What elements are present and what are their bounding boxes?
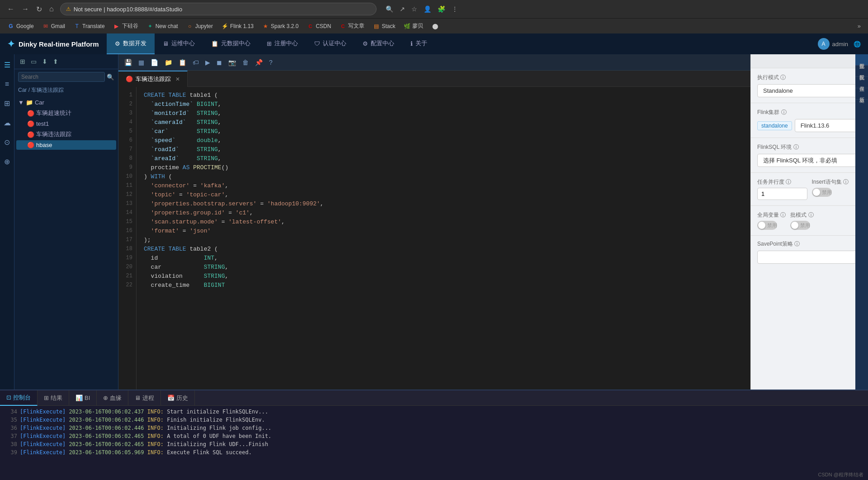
tab-config[interactable]: ⚙ 配置中心 [354, 33, 402, 54]
sidebar-list-icon[interactable]: ≡ [3, 78, 11, 90]
refresh-button[interactable]: ↻ [33, 3, 45, 15]
bookmark-csdn[interactable]: C CSDN [303, 21, 335, 31]
bottom-tab-bi[interactable]: 📊 BI [69, 390, 97, 406]
sidebar-cloud-icon[interactable]: ☁ [2, 117, 13, 129]
log-text-35: [FlinkExecute] 2023-06-16T00:06:02.446 I… [20, 417, 265, 423]
tab-data-dev[interactable]: ⚙ 数据开发 [107, 33, 155, 54]
sidebar-user-icon[interactable]: ⊙ [2, 136, 12, 148]
tree-folder-car[interactable]: ▼ 📁 Car [14, 98, 118, 107]
bottom-tab-console[interactable]: ⊡ 控制台 [0, 390, 38, 406]
file-panel-header: ⊞ ▭ ⬇ ⬆ [14, 54, 118, 69]
download-btn[interactable]: ⬇ [40, 57, 49, 66]
tab-label: 车辆违法跟踪 [136, 75, 171, 83]
toolbar-copy-btn[interactable]: 📋 [176, 57, 189, 67]
sidebar-add-icon[interactable]: ⊕ [2, 156, 12, 168]
bookmark-jupyter[interactable]: ○ Jupyter [183, 21, 217, 31]
tab-auth[interactable]: 🛡 认证中心 [306, 33, 354, 54]
tree-item-chaosu[interactable]: 🔴 车辆超速统计 [16, 108, 116, 119]
bookmark-google[interactable]: G Google [4, 21, 38, 31]
sidebar-menu-icon[interactable]: ☰ [2, 59, 12, 71]
bookmark-gmail[interactable]: ✉ Gmail [38, 21, 69, 31]
profile-btn[interactable]: 👤 [422, 4, 433, 14]
batch-mode-label: 批模式 ⓘ [790, 211, 813, 219]
csdn-icon: C [307, 23, 314, 30]
search-input[interactable] [18, 72, 105, 82]
bookmark-liaobei[interactable]: 🌿 廖贝 [400, 21, 427, 31]
search-icon-button[interactable]: 🔍 [107, 74, 114, 81]
log-num-39: 39 [5, 449, 17, 456]
toolbar-folder-btn[interactable]: 📁 [162, 57, 175, 67]
back-button[interactable]: ← [5, 3, 17, 15]
tab-about[interactable]: ℹ 关于 [402, 33, 435, 54]
tab-ops[interactable]: 🖥 运维中心 [155, 33, 203, 54]
search-browser-btn[interactable]: 🔍 [384, 4, 395, 14]
toolbar-new-btn[interactable]: 📄 [148, 57, 160, 67]
bookmark-stack[interactable]: ▤ Stack [369, 21, 399, 31]
bottom-tab-process[interactable]: 🖥 进程 [128, 390, 161, 406]
code-line-14: 'properties.group.id' = 'c1', [144, 208, 743, 217]
parallel-insert-row: 任务并行度 ⓘ Insert语句集 ⓘ 禁用 [757, 178, 862, 200]
bookmark-translate[interactable]: T Translate [70, 21, 108, 31]
toolbar-pin-btn[interactable]: 📌 [253, 57, 265, 67]
bottom-tab-lineage[interactable]: ⊕ 血缘 [97, 390, 128, 406]
batch-mode-switch[interactable]: 禁用 [790, 221, 810, 230]
more-btn[interactable]: ⋮ [450, 4, 460, 14]
bookmark-btn[interactable]: ☆ [410, 4, 419, 14]
tab-registry[interactable]: ⊞ 注册中心 [259, 33, 306, 54]
tab-exec-config[interactable]: 执行配置 [855, 66, 868, 77]
code-editor[interactable]: 1 2 3 4 5 6 7 8 9 10 11 12 13 14 15 16 1 [118, 87, 750, 390]
new-folder-btn[interactable]: ▭ [29, 57, 38, 66]
tree-item-test1[interactable]: 🔴 test1 [16, 119, 116, 128]
flinksql-env-select[interactable]: 选择 FlinkSQL 环境，非必填 [757, 154, 862, 167]
parallel-input[interactable] [757, 188, 807, 200]
address-bar[interactable]: ⚠ Not secure | hadoop10:8888/#/dataStudi… [60, 3, 377, 15]
code-content[interactable]: CREATE TABLE table1 ( `actionTime` BIGIN… [137, 87, 750, 390]
tab-close-btn[interactable]: ✕ [175, 76, 180, 82]
toolbar-format-btn[interactable]: ▦ [136, 57, 146, 67]
global-var-switch[interactable]: 禁用 [757, 221, 777, 230]
log-text-39: [FlinkExecute] 2023-06-16T00:06:05.969 I… [20, 449, 252, 456]
forward-button[interactable]: → [19, 3, 32, 15]
log-num-36: 36 [5, 425, 17, 431]
upload-btn[interactable]: ⬆ [51, 57, 60, 66]
bookmark-write[interactable]: C 写文章 [335, 21, 368, 31]
toolbar-save-btn[interactable]: 💾 [122, 57, 134, 67]
lineage-icon: ⊕ [103, 394, 108, 401]
bookmark-github[interactable]: ⬤ [428, 21, 442, 31]
toolbar-stop-btn[interactable]: ◼ [214, 57, 224, 67]
admin-button[interactable]: A admin [818, 38, 848, 50]
code-line-16: 'format' = 'json' [144, 226, 743, 235]
toolbar-delete-btn[interactable]: 🗑 [240, 57, 251, 67]
sidebar-structure-icon[interactable]: ⊞ [2, 97, 12, 109]
toolbar-camera-btn[interactable]: 📷 [226, 57, 238, 67]
toolbar-run-btn[interactable]: ▶ [203, 57, 212, 67]
bottom-tab-result[interactable]: ⊞ 结果 [38, 390, 69, 406]
tab-metadata[interactable]: 📋 元数据中心 [203, 33, 259, 54]
bookmark-flink[interactable]: ⚡ Flink 1.13 [217, 21, 257, 31]
bottom-tab-history[interactable]: 📅 历史 [161, 390, 195, 406]
bookmarks-more[interactable]: » [854, 21, 864, 31]
cluster-select[interactable]: Flink1.13.6 [795, 119, 862, 132]
savepoint-select[interactable] [757, 251, 862, 264]
bi-icon: 📊 [75, 394, 83, 401]
tab-job-config[interactable]: 作业配置 [855, 54, 868, 66]
toolbar-flag-btn[interactable]: 🏷 [190, 57, 201, 67]
editor-tab-weifa[interactable]: 🔴 车辆违法跟踪 ✕ [118, 71, 188, 87]
bookmark-spark[interactable]: ★ Spark 3.2.0 [258, 21, 302, 31]
new-file-btn[interactable]: ⊞ [18, 57, 27, 66]
tree-item-hbase[interactable]: 🔴 hbase [16, 140, 116, 150]
execution-mode-select[interactable]: Standalone Remote Local [757, 84, 862, 97]
insert-toggle[interactable]: 禁用 [812, 188, 832, 197]
flinksql-env-label: FlinkSQL 环境 ⓘ [757, 143, 862, 151]
bookmark-newchat[interactable]: ✦ New chat [143, 21, 182, 31]
extensions-btn[interactable]: 🧩 [436, 4, 447, 14]
tab-version-history[interactable]: 版本历史 [855, 88, 868, 100]
globe-icon[interactable]: 🌐 [854, 41, 861, 48]
home-button[interactable]: ⌂ [47, 3, 57, 15]
parallel-label: 任务并行度 ⓘ [757, 178, 807, 186]
bookmark-xiagugu[interactable]: ▶ 下硅谷 [109, 21, 142, 31]
share-btn[interactable]: ↗ [398, 4, 407, 14]
tree-item-weifa[interactable]: 🔴 车辆违法跟踪 [16, 129, 116, 140]
toolbar-help-btn[interactable]: ? [267, 57, 275, 67]
tab-savepoint[interactable]: 保存点 [855, 77, 868, 88]
